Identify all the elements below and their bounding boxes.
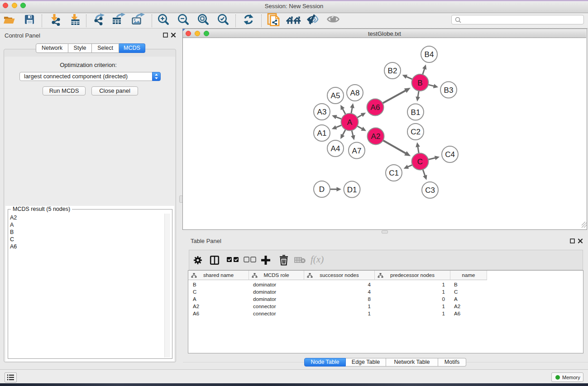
svg-text:A: A	[347, 118, 353, 127]
svg-text:A6: A6	[371, 103, 380, 112]
svg-text:C4: C4	[445, 150, 455, 159]
svg-text:D: D	[319, 185, 325, 194]
svg-text:C2: C2	[411, 128, 421, 136]
svg-text:B: B	[417, 79, 422, 87]
svg-text:C1: C1	[389, 169, 399, 177]
svg-text:A1: A1	[317, 129, 327, 138]
svg-text:B1: B1	[411, 108, 421, 117]
svg-text:A3: A3	[317, 108, 327, 116]
svg-text:D1: D1	[347, 186, 357, 194]
svg-text:A8: A8	[350, 89, 360, 97]
svg-text:A5: A5	[331, 91, 340, 100]
svg-text:A4: A4	[331, 144, 340, 153]
svg-text:C3: C3	[425, 186, 435, 195]
svg-text:B4: B4	[425, 50, 434, 59]
svg-text:C: C	[417, 157, 423, 166]
svg-text:B2: B2	[388, 67, 397, 75]
svg-text:B3: B3	[444, 86, 454, 95]
svg-text:A2: A2	[371, 132, 381, 141]
svg-text:A7: A7	[352, 147, 362, 155]
